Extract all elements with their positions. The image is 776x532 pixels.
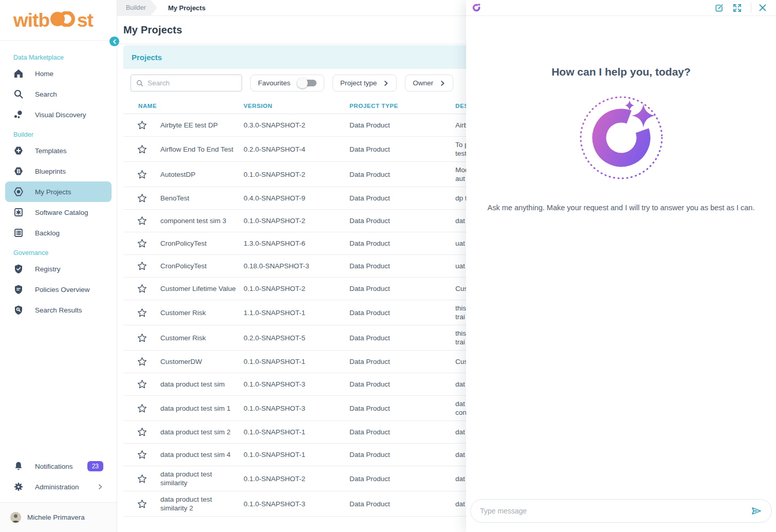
sidebar-item-policies-overview[interactable]: Policies Overview (5, 279, 112, 300)
favourites-toggle-chip[interactable]: Favourites (250, 75, 324, 91)
favourite-star-button[interactable] (135, 281, 150, 296)
cell-name: AutotestDP (160, 162, 244, 187)
cell-version: 0.1.0-SNAPSHOT-2 (244, 278, 349, 300)
star-icon (137, 473, 147, 484)
chevron-right-icon (439, 80, 446, 86)
star-icon (137, 356, 147, 367)
favourite-star-button[interactable] (135, 167, 150, 182)
tab-projects[interactable]: Projects (132, 53, 162, 62)
favourite-star-button[interactable] (135, 447, 150, 462)
sparkle-small (625, 100, 634, 111)
cell-project-type: Data Product (349, 373, 455, 396)
user-name: Michele Primavera (27, 513, 85, 521)
cell-project-type: Data Product (349, 421, 455, 444)
home-icon (13, 68, 24, 79)
sidebar-item-label: Backlog (35, 229, 60, 237)
sidebar-item-administration[interactable]: Administration (5, 476, 112, 497)
star-icon (137, 403, 147, 414)
star-icon (137, 427, 147, 437)
sidebar-item-my-projects[interactable]: My Projects (5, 181, 112, 202)
cell-project-type: Data Product (349, 114, 455, 137)
cell-version: 0.1.0-SNAPSHOT-3 (244, 373, 349, 396)
blueprint-icon: B (13, 166, 24, 176)
new-chat-button[interactable] (713, 2, 726, 14)
cell-name: component test sim 3 (160, 210, 244, 232)
sidebar-bottom: Notifications 23 Administration (0, 452, 117, 502)
favourite-star-button[interactable] (135, 142, 150, 157)
favourite-star-button[interactable] (135, 331, 150, 345)
favourite-star-button[interactable] (135, 213, 150, 228)
favourites-toggle[interactable] (300, 80, 317, 86)
favourite-star-button[interactable] (135, 425, 150, 439)
sidebar-nav: Data Marketplace Home Search Visual Disc… (0, 41, 117, 452)
sidebar-item-registry[interactable]: Registry (5, 259, 112, 279)
sidebar-item-backlog[interactable]: Backlog (5, 223, 112, 243)
star-icon (137, 169, 147, 180)
favourite-star-button[interactable] (135, 236, 150, 251)
star-icon (137, 144, 147, 155)
sidebar-item-software-catalog[interactable]: Software Catalog (5, 202, 112, 223)
cell-version: 0.1.0-SNAPSHOT-2 (244, 210, 349, 232)
favourite-star-button[interactable] (135, 377, 150, 392)
sidebar-item-visual-discovery[interactable]: Visual Discovery (5, 104, 112, 125)
favourite-star-button[interactable] (135, 118, 150, 133)
cell-version: 0.1.0-SNAPSHOT-2 (244, 466, 349, 491)
cell-project-type: Data Product (349, 396, 455, 421)
divider (751, 3, 751, 13)
sidebar-item-notifications[interactable]: Notifications 23 (5, 456, 112, 476)
favourite-star-button[interactable] (135, 497, 150, 511)
bell-icon (13, 461, 24, 471)
favourite-star-button[interactable] (135, 191, 150, 206)
cell-version: 0.1.0-SNAPSHOT-1 (244, 351, 349, 373)
chat-message-input[interactable] (480, 507, 750, 515)
user-area[interactable]: Michele Primavera (0, 502, 117, 532)
send-button[interactable] (750, 505, 763, 517)
chevron-right-icon (97, 484, 103, 490)
close-panel-button[interactable] (756, 2, 769, 14)
cell-project-type: Data Product (349, 162, 455, 187)
col-header-project-type[interactable]: PROJECT TYPE (349, 98, 455, 114)
col-header-version[interactable]: VERSION (244, 98, 349, 114)
expand-button[interactable] (731, 2, 744, 14)
star-icon (137, 333, 147, 343)
col-header-name[interactable]: NAME (123, 98, 244, 114)
sidebar-item-label: Notifications (35, 463, 73, 470)
search-input[interactable] (147, 79, 236, 87)
cell-version: 0.1.0-SNAPSHOT-1 (244, 444, 349, 466)
filter-project-type[interactable]: Project type (332, 75, 397, 91)
sidebar-item-search-results[interactable]: Search Results (5, 300, 112, 320)
cell-version: 0.2.0-SNAPSHOT-4 (244, 137, 349, 162)
filter-owner[interactable]: Owner (405, 75, 453, 91)
sidebar-item-label: Administration (35, 483, 79, 491)
section-builder: Builder (5, 125, 112, 140)
sidebar-item-label: Registry (35, 265, 61, 273)
section-data-marketplace: Data Marketplace (5, 48, 112, 63)
sidebar-item-label: Blueprints (35, 168, 66, 175)
favourite-star-button[interactable] (135, 471, 150, 486)
sidebar-item-templates[interactable]: Templates (5, 140, 112, 161)
cell-name: Airflow End To End Test (160, 137, 244, 162)
cell-name: CronPolicyTest (160, 255, 244, 278)
favourite-star-button[interactable] (135, 305, 150, 320)
sidebar-item-home[interactable]: Home (5, 63, 112, 84)
favourite-star-button[interactable] (135, 259, 150, 273)
sidebar-item-label: Home (35, 70, 53, 78)
send-icon (751, 506, 762, 516)
sidebar-item-blueprints[interactable]: B Blueprints (5, 161, 112, 181)
sidebar-item-label: Search (35, 90, 57, 98)
sidebar-collapse-button[interactable] (109, 36, 119, 46)
logo-area: witbst (0, 0, 117, 41)
sidebar-item-search[interactable]: Search (5, 84, 112, 104)
favourite-star-button[interactable] (135, 401, 150, 416)
assistant-subtitle: Ask me anything. Make your request and I… (488, 204, 755, 212)
cell-project-type: Data Product (349, 491, 455, 517)
cell-version: 0.18.0-SNAPSHOT-3 (244, 255, 349, 278)
breadcrumb-parent[interactable]: Builder (117, 0, 157, 16)
sidebar-item-label: My Projects (35, 188, 71, 196)
cell-project-type: Data Product (349, 325, 455, 351)
favourite-star-button[interactable] (135, 354, 150, 369)
assistant-panel: How can I help you, today? Ask me anythi… (466, 0, 776, 532)
cell-project-type: Data Product (349, 137, 455, 162)
gear-icon (13, 482, 24, 492)
page-title: My Projects (123, 24, 182, 36)
